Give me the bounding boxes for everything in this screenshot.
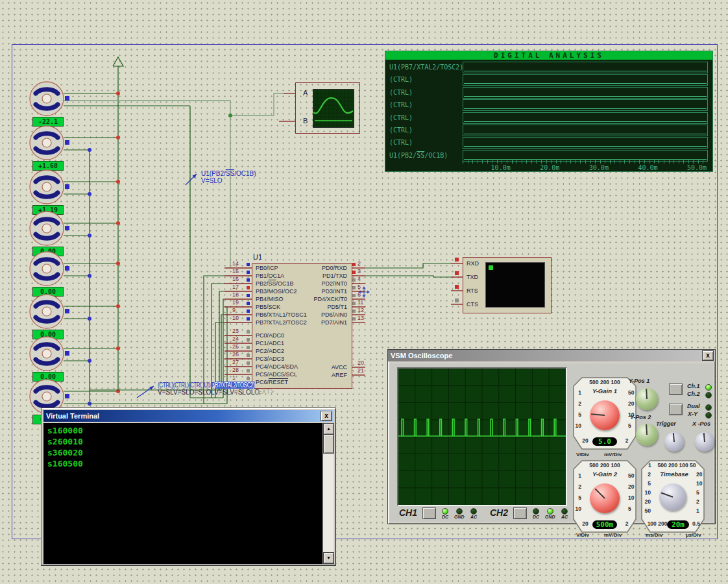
knob-readout: 20m: [667, 520, 689, 529]
mcu-pin-state-square: [247, 271, 250, 274]
virtual-terminal-close-button[interactable]: x: [321, 411, 332, 421]
digital-analysis-axis-ticks: [463, 160, 708, 164]
mcu-pin-state-square: [247, 338, 250, 341]
panel-scale-value: 10: [628, 494, 634, 501]
analysis-channel-lane: [463, 99, 708, 111]
y-pos2-knob[interactable]: [636, 424, 658, 446]
unit-label: mV/Div: [604, 532, 622, 538]
mcu-pin-number: 20: [358, 360, 364, 366]
oscilloscope-window[interactable]: VSM Oscilloscope x 500 200 100Y-Gain 112…: [387, 349, 716, 524]
panel-scale-value: 5: [628, 505, 631, 512]
mode-select-button[interactable]: [669, 404, 683, 415]
analysis-channel-trace: [464, 134, 707, 134]
ch2-ac-led: [561, 508, 568, 515]
coupling-label: AC: [470, 515, 477, 519]
mcu-pin-number: 6: [358, 292, 361, 298]
ch2-select-label: Ch.2: [687, 391, 700, 397]
ch2-gnd-led: [547, 508, 553, 515]
motor-encoder-component[interactable]: [29, 250, 65, 287]
channel-select-button[interactable]: [669, 383, 683, 395]
motor-encoder-component[interactable]: [29, 293, 65, 330]
mcu-reference-label: U1: [253, 253, 262, 261]
ch2-coupling-button[interactable]: [513, 507, 527, 519]
ch1-select-label: Ch.1: [687, 383, 700, 389]
ch2-dc-led: [533, 508, 539, 515]
coupling-label: AC: [561, 515, 568, 519]
analysis-channel-label: (CTRL): [389, 101, 413, 108]
mcu-pin-name: PD5/T1: [327, 304, 347, 310]
probe-label-oc1b[interactable]: U1(PB2/SS/OC1B) V=SLO: [201, 170, 256, 184]
ch1-gnd-led: [456, 508, 463, 515]
panel-scale-value: 20: [696, 471, 702, 478]
panel-scale-top: 500 200 100: [589, 379, 620, 385]
digital-analysis-graph[interactable]: DIGITAL ANALYSIS U1(PB7/XTAL2/TOSC2)(CTR…: [385, 51, 713, 172]
panel-scale-top: 500 200 100: [589, 462, 620, 468]
mcu-pin-number: 14: [232, 261, 239, 267]
mcu-pin-name: AREF: [332, 372, 347, 378]
mcu-pin-state-square: [247, 330, 250, 334]
virtual-terminal-titlebar[interactable]: Virtual Terminal x: [43, 410, 334, 422]
analysis-x-tick-label: 30.0m: [589, 164, 609, 171]
scroll-up-button[interactable]: ▲: [323, 423, 334, 435]
mcu-pin-name: PB3/MOSI/OC2: [256, 288, 297, 295]
mcu-pin-number: 4: [358, 276, 361, 282]
ch1-label: CH1: [399, 507, 417, 518]
y-pos1-knob[interactable]: [636, 388, 658, 410]
knob-readout: 500m: [592, 520, 617, 529]
mcu-pin-state-square: [247, 377, 250, 380]
panel-scale-value: 0.5: [692, 520, 700, 527]
knob-readout: 5.0: [592, 437, 617, 446]
unit-label: mV/Div: [604, 452, 622, 457]
terminal-pin-name: TXD: [467, 274, 478, 280]
virtual-terminal-scrollbar[interactable]: ▲ ▼: [322, 423, 334, 564]
analysis-channel-label: U1(PB7/XTAL2/TOSC2): [389, 64, 463, 71]
motor-encoder-component[interactable]: [29, 169, 65, 205]
terminal-text-line: s360020: [47, 447, 319, 458]
motor-encoder-component[interactable]: [29, 125, 65, 161]
analysis-channel-trace: [464, 121, 707, 122]
digital-analysis-title: DIGITAL ANALYSIS: [385, 51, 712, 60]
y-gain1-knob[interactable]: [590, 400, 620, 430]
panel-scale-value: 20: [628, 400, 634, 407]
panel-scale-value: 50: [645, 507, 651, 514]
graph-pin-b-label: B: [303, 117, 308, 125]
mcu-pin-number: 26: [232, 352, 239, 358]
virtual-terminal-screen[interactable]: s160000s260010s360020s160500: [43, 423, 322, 564]
coupling-label: DC: [533, 515, 539, 519]
mcu-pin-number: 2: [358, 261, 361, 267]
x-pos-knob[interactable]: [695, 432, 714, 452]
mcu-pin-number: 18: [232, 292, 239, 298]
mcu-pin-name: PB5/SCK: [256, 304, 280, 310]
motor-encoder-component[interactable]: [29, 80, 65, 117]
mcu-pin-state-square: [247, 294, 250, 297]
timebase-knob[interactable]: [659, 483, 686, 511]
motor-encoder-component[interactable]: [29, 335, 65, 372]
mcu-pin-number: 21: [358, 368, 364, 374]
virtual-terminal-window[interactable]: Virtual Terminal x s160000s260010s360020…: [41, 408, 336, 566]
scrollbar-thumb[interactable]: [323, 434, 334, 454]
analysis-channel-label: (CTRL): [389, 139, 413, 146]
oscilloscope-close-button[interactable]: x: [702, 350, 714, 361]
ch2-label: CH2: [490, 507, 508, 518]
trigger-label: Trigger: [656, 420, 676, 427]
motor-encoder-component[interactable]: [29, 210, 65, 247]
trigger-knob[interactable]: [664, 432, 684, 452]
scroll-down-button[interactable]: ▼: [323, 552, 334, 564]
mcu-pin-name: PD4/XCK/T0: [313, 296, 347, 302]
panel-scale-value: 1: [696, 507, 699, 514]
panel-scale-value: 1: [578, 472, 581, 479]
ch1-coupling-button[interactable]: [422, 507, 436, 519]
panel-scale-value: 5: [578, 494, 581, 501]
y-gain2-knob[interactable]: [590, 483, 620, 513]
oscilloscope-titlebar[interactable]: VSM Oscilloscope x: [388, 350, 715, 361]
analysis-channel-label: (CTRL): [389, 76, 413, 83]
coupling-label: DC: [442, 515, 448, 519]
analysis-channel-trace: [464, 159, 707, 160]
mcu-pin-name: PC4/ADC4/SDA: [256, 363, 298, 370]
panel-scale-value: 20: [628, 483, 634, 490]
graph-component[interactable]: A B: [295, 82, 360, 134]
schematic-canvas[interactable]: -22.1 +1.68 +1.19 0.00 0.00 0.00 0.00 0.…: [0, 0, 728, 584]
terminal-pin-name: RXD: [467, 260, 479, 267]
terminal-pin-name: RTS: [467, 287, 478, 294]
mcu-pin-number: 23: [232, 328, 239, 334]
